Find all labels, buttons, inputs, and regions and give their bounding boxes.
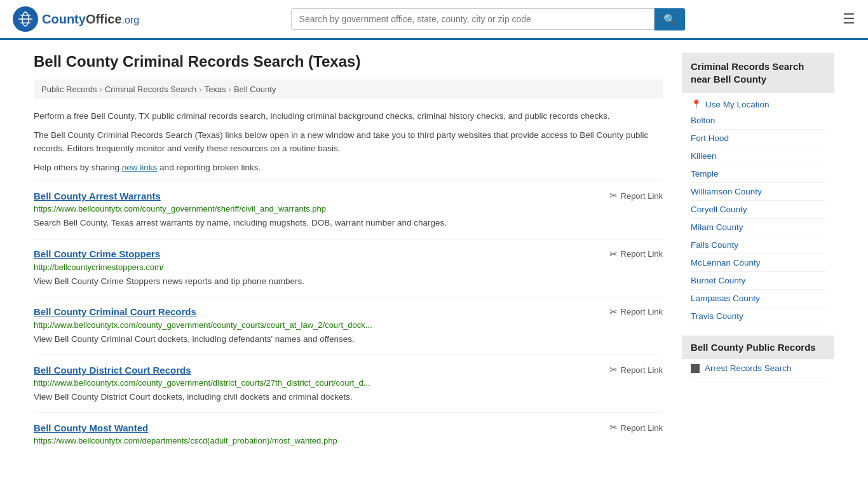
- sidebar-arrest-records-link[interactable]: Arrest Records Search: [705, 363, 792, 373]
- result-desc-2: View Bell County Criminal Court dockets,…: [34, 333, 663, 346]
- breadcrumb-sep-2: ›: [199, 85, 201, 94]
- report-label-4: Report Link: [621, 423, 663, 433]
- result-url-0: https://www.bellcountytx.com/county_gove…: [34, 204, 663, 214]
- search-area: 🔍: [291, 8, 685, 30]
- report-label-3: Report Link: [621, 365, 663, 375]
- logo-icon: [13, 6, 38, 32]
- result-url-2: http://www.bellcountytx.com/county_gover…: [34, 320, 663, 330]
- result-item-2: Bell County Criminal Court Records ✂ Rep…: [34, 297, 663, 355]
- report-icon-3: ✂: [609, 364, 618, 376]
- report-link-1[interactable]: ✂ Report Link: [609, 248, 663, 260]
- result-title-row-4: Bell County Most Wanted ✂ Report Link: [34, 422, 663, 433]
- report-icon-2: ✂: [609, 306, 618, 318]
- sidebar: Criminal Records Search near Bell County…: [682, 53, 834, 458]
- breadcrumb-bell-county[interactable]: Bell County: [234, 85, 276, 94]
- check-square-icon-0: [691, 364, 700, 373]
- breadcrumb: Public Records › Criminal Records Search…: [34, 79, 663, 99]
- sidebar-link-coryell-county[interactable]: Coryell County: [691, 201, 825, 219]
- sidebar-link-falls-county[interactable]: Falls County: [691, 236, 825, 254]
- report-link-0[interactable]: ✂ Report Link: [609, 190, 663, 201]
- results-list: Bell County Arrest Warrants ✂ Report Lin…: [34, 180, 663, 458]
- result-title-row-2: Bell County Criminal Court Records ✂ Rep…: [34, 306, 663, 318]
- sidebar-link-fort-hood[interactable]: Fort Hood: [691, 130, 825, 147]
- result-item-3: Bell County District Court Records ✂ Rep…: [34, 355, 663, 412]
- sidebar-link-lampasas-county[interactable]: Lampasas County: [691, 290, 825, 308]
- result-title-1[interactable]: Bell County Crime Stoppers: [34, 248, 160, 259]
- desc-para-3-before: Help others by sharing: [34, 163, 122, 172]
- new-links-link[interactable]: new links: [122, 163, 158, 172]
- logo-text: CountyOffice.org: [42, 12, 139, 27]
- result-title-row-3: Bell County District Court Records ✂ Rep…: [34, 364, 663, 376]
- result-url-1: http://bellcountycrimestoppers.com/: [34, 262, 663, 272]
- report-label-0: Report Link: [621, 191, 663, 201]
- result-desc-3: View Bell County District Court dockets,…: [34, 391, 663, 403]
- sidebar-link-williamson-county[interactable]: Williamson County: [691, 183, 825, 201]
- header: CountyOffice.org 🔍 ☰: [0, 0, 868, 40]
- report-icon-4: ✂: [609, 422, 618, 433]
- result-title-2[interactable]: Bell County Criminal Court Records: [34, 306, 196, 317]
- result-title-4[interactable]: Bell County Most Wanted: [34, 423, 148, 433]
- report-icon-0: ✂: [609, 190, 618, 201]
- result-desc-0: Search Bell County, Texas arrest warrant…: [34, 217, 663, 229]
- sidebar-link-mclennan-county[interactable]: McLennan County: [691, 254, 825, 272]
- sidebar-section2-title: Bell County Public Records: [682, 336, 834, 359]
- sidebar-link-milam-county[interactable]: Milam County: [691, 219, 825, 236]
- result-title-0[interactable]: Bell County Arrest Warrants: [34, 191, 161, 201]
- hamburger-menu-button[interactable]: ☰: [843, 11, 855, 27]
- report-icon-1: ✂: [609, 248, 618, 260]
- content-area: Bell County Criminal Records Search (Tex…: [34, 53, 663, 458]
- result-item-4: Bell County Most Wanted ✂ Report Link ht…: [34, 412, 663, 458]
- result-url-4: https://www.bellcountytx.com/departments…: [34, 436, 663, 445]
- result-title-3[interactable]: Bell County District Court Records: [34, 365, 191, 376]
- desc-para-1: Perform a free Bell County, TX public cr…: [34, 109, 663, 123]
- report-label-1: Report Link: [621, 249, 663, 259]
- sidebar-checklist-item-0: Arrest Records Search: [691, 359, 825, 378]
- sidebar-public-records-list: Arrest Records Search: [682, 359, 834, 378]
- sidebar-link-killeen[interactable]: Killeen: [691, 147, 825, 165]
- report-link-4[interactable]: ✂ Report Link: [609, 422, 663, 433]
- sidebar-nearby-links: Belton Fort Hood Killeen Temple Williams…: [682, 112, 834, 325]
- main-container: Bell County Criminal Records Search (Tex…: [21, 40, 847, 470]
- breadcrumb-criminal-records[interactable]: Criminal Records Search: [105, 85, 197, 94]
- sidebar-use-location: 📍 Use My Location: [682, 93, 834, 112]
- result-url-3: http://www.bellcountytx.com/county_gover…: [34, 378, 663, 388]
- result-title-row-1: Bell County Crime Stoppers ✂ Report Link: [34, 248, 663, 260]
- description-area: Perform a free Bell County, TX public cr…: [34, 109, 663, 174]
- breadcrumb-public-records[interactable]: Public Records: [41, 85, 97, 94]
- report-link-2[interactable]: ✂ Report Link: [609, 306, 663, 318]
- sidebar-link-burnet-county[interactable]: Burnet County: [691, 272, 825, 290]
- report-link-3[interactable]: ✂ Report Link: [609, 364, 663, 376]
- search-input[interactable]: [292, 9, 654, 29]
- desc-para-2: The Bell County Criminal Records Search …: [34, 128, 663, 156]
- logo-area: CountyOffice.org: [13, 6, 139, 32]
- report-label-2: Report Link: [621, 307, 663, 316]
- location-pin-icon: 📍: [691, 99, 702, 109]
- breadcrumb-sep-1: ›: [99, 85, 102, 94]
- result-desc-1: View Bell County Crime Stoppers news rep…: [34, 275, 663, 288]
- header-right: ☰: [836, 11, 855, 27]
- result-title-row-0: Bell County Arrest Warrants ✂ Report Lin…: [34, 190, 663, 201]
- result-item-0: Bell County Arrest Warrants ✂ Report Lin…: [34, 180, 663, 238]
- search-button[interactable]: 🔍: [654, 8, 685, 30]
- search-input-wrap: [291, 8, 654, 30]
- sidebar-link-belton[interactable]: Belton: [691, 112, 825, 130]
- result-item-1: Bell County Crime Stoppers ✂ Report Link…: [34, 239, 663, 297]
- breadcrumb-texas[interactable]: Texas: [205, 85, 226, 94]
- sidebar-link-travis-county[interactable]: Travis County: [691, 308, 825, 325]
- desc-para-3-after: and reporting broken links.: [157, 163, 261, 172]
- sidebar-section1-title: Criminal Records Search near Bell County: [682, 53, 834, 93]
- page-title: Bell County Criminal Records Search (Tex…: [34, 53, 663, 71]
- use-my-location-link[interactable]: Use My Location: [705, 100, 770, 109]
- desc-para-3: Help others by sharing new links and rep…: [34, 161, 663, 175]
- sidebar-link-temple[interactable]: Temple: [691, 165, 825, 183]
- breadcrumb-sep-3: ›: [229, 85, 231, 94]
